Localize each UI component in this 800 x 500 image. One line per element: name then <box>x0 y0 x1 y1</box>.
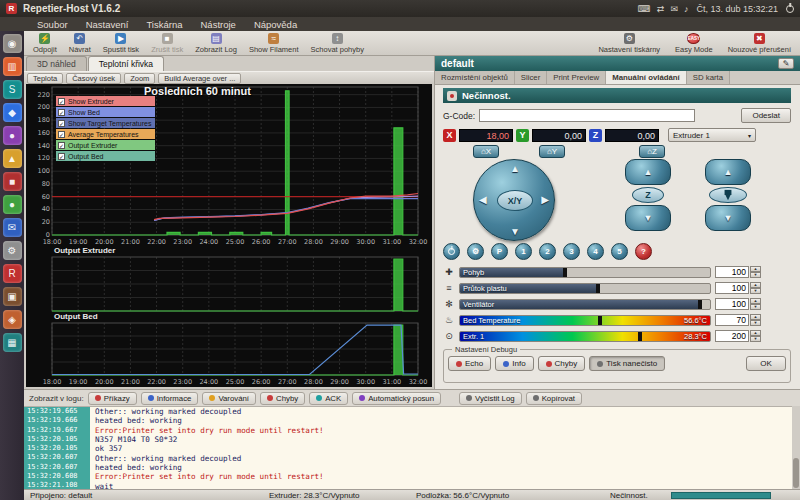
legend-average-temperatures[interactable]: ✓Average Temperatures <box>56 129 155 139</box>
z-up-button[interactable]: ▲ <box>625 159 671 185</box>
slider-handle[interactable] <box>596 284 600 294</box>
send-button[interactable]: Odeslat <box>741 108 791 123</box>
launcher-item-trash[interactable]: ▦ <box>3 333 22 352</box>
launcher-item-app-rust[interactable]: ◈ <box>3 310 22 329</box>
speed-4-button[interactable]: 4 <box>587 243 604 260</box>
log-filter-chyby[interactable]: Chyby <box>260 392 305 405</box>
menu-soubor[interactable]: Soubor <box>28 17 77 31</box>
launcher-item-app-red[interactable]: ■ <box>3 172 22 191</box>
jog-y-plus-icon[interactable]: ▲ <box>510 163 520 174</box>
toolbar-easy-mode[interactable]: EASYEasy Mode <box>670 32 718 55</box>
jog-x-minus-icon[interactable]: ◀ <box>479 194 487 205</box>
home-x-button[interactable]: ⌂X <box>473 145 499 158</box>
slider-handle[interactable] <box>598 316 602 326</box>
launcher-item-app-blue[interactable]: ◆ <box>3 103 22 122</box>
xy-jog-pad[interactable]: ▲ ▼ ◀ ▶ X/Y <box>473 159 555 241</box>
spinner-value[interactable]: 100 <box>715 298 749 310</box>
chart-tool-casovy-usek[interactable]: Časový úsek <box>66 73 121 84</box>
toolbar-zobrazit-log[interactable]: ▤Zobrazit Log <box>190 32 242 55</box>
jog-y-minus-icon[interactable]: ▼ <box>510 226 520 237</box>
toolbar-show-filament[interactable]: ≈Show Filament <box>244 32 304 55</box>
spinner-down-icon[interactable]: ▼ <box>750 304 761 310</box>
menu-napoveda[interactable]: Nápověda <box>245 17 306 31</box>
menu-nastaveni[interactable]: Nastavení <box>77 17 138 31</box>
legend-checkbox[interactable]: ✓ <box>58 98 65 105</box>
launcher-item-app-brown[interactable]: ▣ <box>3 287 22 306</box>
toolbar-nastaveni-tiskarny[interactable]: ⚙Nastavení tiskárny <box>593 32 665 55</box>
spinner-value[interactable]: 70 <box>715 314 749 326</box>
log-filter-vycistit-log[interactable]: Vyčistit Log <box>459 392 522 405</box>
tab-3d-nahled[interactable]: 3D náhled <box>26 56 87 71</box>
launcher-item-files[interactable]: ▥ <box>3 57 22 76</box>
legend-show-extruder[interactable]: ✓Show Extruder <box>56 96 155 106</box>
tab-teplotni-krivka[interactable]: Teplotní křivka <box>88 56 164 71</box>
log-filter-varovani[interactable]: Varování <box>202 392 256 405</box>
spinner-down-icon[interactable]: ▼ <box>750 320 761 326</box>
launcher-item-dash[interactable]: ◉ <box>3 34 22 53</box>
chart-tool-zoom[interactable]: Zoom <box>124 73 155 84</box>
sound-indicator-icon[interactable]: ♪ <box>684 4 689 14</box>
legend-checkbox[interactable]: ✓ <box>58 131 65 138</box>
legend-checkbox[interactable]: ✓ <box>58 142 65 149</box>
legend-output-extruder[interactable]: ✓Output Extruder <box>56 140 155 150</box>
menu-nastroje[interactable]: Nástroje <box>192 17 245 31</box>
launcher-item-app-green[interactable]: ● <box>3 195 22 214</box>
legend-show-target-temperatures[interactable]: ✓Show Target Temperatures <box>56 118 155 128</box>
bed-temp-slider[interactable]: Bed Temperature56.6°C <box>459 315 711 326</box>
scrollbar-thumb[interactable] <box>793 458 799 488</box>
retract-button[interactable]: ▲ <box>705 159 751 185</box>
spinner-down-icon[interactable]: ▼ <box>750 272 761 278</box>
z-down-button[interactable]: ▼ <box>625 205 671 231</box>
toolbar-nouzove-preruseni[interactable]: ✖Nouzové přerušení <box>723 32 796 55</box>
log-filter-kopirovat[interactable]: Kopírovat <box>526 392 582 405</box>
log-filter-automaticky-posun[interactable]: Automatický posun <box>352 392 441 405</box>
network-indicator-icon[interactable]: ⇄ <box>657 4 665 14</box>
flowrate-slider[interactable]: Průtok plastu <box>459 283 711 294</box>
power-button[interactable] <box>443 243 460 260</box>
launcher-item-app-gray[interactable]: ⚙ <box>3 241 22 260</box>
session-menu-icon[interactable] <box>786 5 794 13</box>
legend-output-bed[interactable]: ✓Output Bed <box>56 151 155 161</box>
legend-checkbox[interactable]: ✓ <box>58 120 65 127</box>
spinner-value[interactable]: 200 <box>715 330 749 342</box>
extruder-temp-slider[interactable]: Extr. 128.3°C <box>459 331 711 342</box>
keyboard-indicator-icon[interactable]: ⌨ <box>638 4 651 14</box>
chart-tool-build-average-over[interactable]: Build Average over ... <box>158 73 241 84</box>
toolbar-zrusit-tisk[interactable]: ■Zrušit tisk <box>146 32 188 55</box>
motors-off-button[interactable]: ⚙ <box>467 243 484 260</box>
speed-1-button[interactable]: 1 <box>515 243 532 260</box>
log-filter-ack[interactable]: ACK <box>309 392 348 405</box>
extrude-button[interactable]: ▼ <box>705 205 751 231</box>
legend-show-bed[interactable]: ✓Show Bed <box>56 107 155 117</box>
debug-echo-toggle[interactable]: Echo <box>448 356 491 371</box>
debug-info-toggle[interactable]: Info <box>495 356 533 371</box>
launcher-item-app-purple[interactable]: ● <box>3 126 22 145</box>
slider-handle[interactable] <box>563 268 567 278</box>
legend-checkbox[interactable]: ✓ <box>58 109 65 116</box>
launcher-item-repetier[interactable]: R <box>3 264 22 283</box>
tab-print-preview[interactable]: Print Preview <box>547 71 606 84</box>
debug-chyby-toggle[interactable]: Chyby <box>538 356 586 371</box>
spinner-down-icon[interactable]: ▼ <box>750 336 761 342</box>
log-scrollbar[interactable] <box>792 406 800 490</box>
toolbar-odpojit[interactable]: ⚡Odpojit <box>28 32 62 55</box>
extruder-select[interactable]: Extruder 1 ▾ <box>668 128 756 142</box>
spinner-value[interactable]: 100 <box>715 282 749 294</box>
tab-manualni-ovladani[interactable]: Manuální ovládání <box>606 71 687 84</box>
jog-x-plus-icon[interactable]: ▶ <box>541 194 549 205</box>
speed-3-button[interactable]: 3 <box>563 243 580 260</box>
mail-indicator-icon[interactable]: ✉ <box>670 4 678 14</box>
toolbar-spustit-tisk[interactable]: ▶Spustit tisk <box>98 32 144 55</box>
home-y-button[interactable]: ⌂Y <box>539 145 565 158</box>
debug-tisk-nanecisto-toggle[interactable]: Tisk nanečisto <box>589 356 665 371</box>
help-button[interactable]: ? <box>635 243 652 260</box>
tab-slicer[interactable]: Slicer <box>515 71 548 84</box>
edit-printer-icon[interactable]: ✎ <box>778 58 794 69</box>
clock[interactable]: Čt, 13. dub 15:32:21 <box>696 4 778 14</box>
launcher-item-app-teal[interactable]: S <box>3 80 22 99</box>
slider-handle[interactable] <box>698 300 702 310</box>
speed-2-button[interactable]: 2 <box>539 243 556 260</box>
feedrate-slider[interactable]: Pohyb <box>459 267 711 278</box>
ok-button[interactable]: OK <box>746 356 786 371</box>
launcher-item-app-mail[interactable]: ✉ <box>3 218 22 237</box>
